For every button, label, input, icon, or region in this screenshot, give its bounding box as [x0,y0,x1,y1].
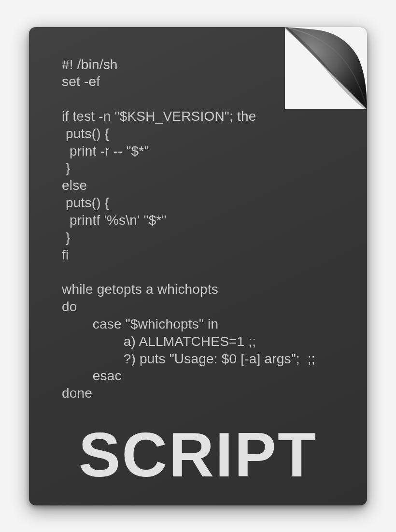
script-label: SCRIPT [29,418,367,491]
page-curl-icon [285,27,367,109]
script-document-icon: #! /bin/sh set -ef if test -n "$KSH_VERS… [29,27,367,505]
